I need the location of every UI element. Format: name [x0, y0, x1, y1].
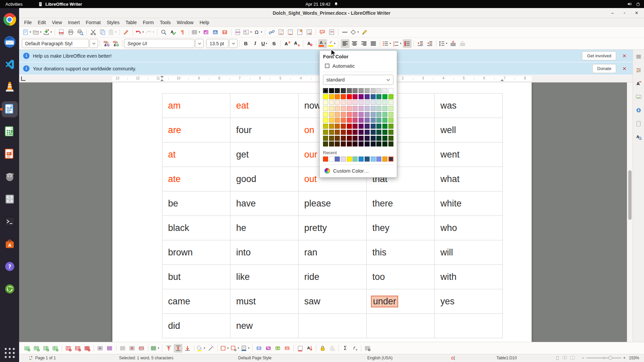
recent-swatch[interactable] — [359, 157, 364, 162]
table-cell[interactable]: saw — [299, 289, 367, 314]
export-pdf-button[interactable]: PDF — [57, 28, 66, 37]
save-dropdown-arrow[interactable]: ▾ — [50, 31, 53, 34]
table-cell[interactable]: black — [162, 216, 230, 240]
table-cell[interactable]: will — [435, 240, 503, 265]
palette-swatch[interactable] — [388, 130, 393, 135]
palette-swatch[interactable] — [341, 141, 346, 146]
palette-swatch[interactable] — [371, 136, 376, 141]
menu-file[interactable]: File — [21, 19, 35, 26]
spelling-button[interactable]: A — [169, 28, 177, 37]
palette-swatch[interactable] — [359, 112, 364, 117]
palette-swatch[interactable] — [347, 88, 352, 93]
palette-swatch[interactable] — [376, 112, 381, 117]
libreoffice-impress-icon[interactable] — [2, 146, 18, 162]
insert-field-button[interactable]: ▾ — [243, 28, 253, 37]
paste-dropdown-arrow[interactable]: ▾ — [114, 31, 117, 34]
palette-swatch[interactable] — [371, 130, 376, 135]
palette-swatch[interactable] — [371, 118, 376, 123]
table-cell[interactable]: ran — [299, 240, 367, 265]
decrease-indent-button[interactable] — [425, 39, 434, 48]
table-cell[interactable]: yes — [435, 289, 503, 314]
update-style-button[interactable]: A — [102, 39, 111, 48]
palette-swatch[interactable] — [371, 88, 376, 93]
palette-swatch[interactable] — [365, 124, 370, 129]
table-cell[interactable]: with — [435, 265, 503, 289]
tab-stop-selector[interactable] — [21, 76, 25, 81]
freeform-line-button[interactable] — [360, 28, 369, 37]
table-cell[interactable]: must — [230, 289, 299, 314]
custom-color-item[interactable]: Custom Color… — [323, 165, 393, 174]
multi-page-view-icon[interactable] — [562, 356, 568, 360]
palette-swatch[interactable] — [341, 136, 346, 141]
palette-swatch[interactable] — [382, 88, 387, 93]
recent-swatch[interactable] — [347, 157, 352, 162]
palette-swatch[interactable] — [323, 112, 328, 117]
palette-swatch[interactable] — [382, 100, 387, 105]
split-cells-button[interactable] — [105, 344, 114, 353]
table-cell[interactable]: good — [230, 167, 299, 191]
recent-swatch[interactable] — [341, 157, 346, 162]
superscript-button[interactable]: AB — [283, 39, 291, 48]
insert-comment-button[interactable] — [318, 28, 327, 37]
palette-swatch[interactable] — [353, 130, 358, 135]
undo-button[interactable]: ▾ — [135, 28, 145, 37]
palette-swatch[interactable] — [347, 112, 352, 117]
palette-swatch[interactable] — [376, 94, 381, 99]
insert-page-break-button[interactable] — [233, 28, 242, 37]
insert-rows-below-button[interactable] — [32, 344, 41, 353]
properties-icon[interactable] — [634, 66, 643, 74]
autoformat-styles-button[interactable] — [207, 344, 215, 353]
palette-swatch[interactable] — [376, 136, 381, 141]
table-properties-button[interactable] — [363, 344, 372, 353]
sidebar-settings-icon[interactable] — [634, 52, 643, 61]
align-justify-button[interactable] — [369, 39, 378, 48]
palette-swatch[interactable] — [359, 94, 364, 99]
paste-button[interactable]: ▾ — [108, 28, 117, 37]
close-button[interactable]: ✕ — [633, 10, 640, 16]
align-left-button[interactable] — [341, 39, 350, 48]
libreoffice-writer-icon[interactable] — [2, 101, 18, 117]
vscode-icon[interactable] — [2, 56, 18, 72]
save-button[interactable]: ▾ — [43, 28, 53, 37]
undo-dropdown-arrow[interactable]: ▾ — [142, 31, 145, 34]
line-spacing-dropdown-arrow[interactable]: ▾ — [445, 42, 448, 45]
open-button[interactable]: ▾ — [33, 28, 42, 37]
table-background-color-button[interactable]: ▾ — [196, 344, 206, 353]
palette-swatch[interactable] — [388, 118, 393, 123]
palette-swatch[interactable] — [335, 130, 340, 135]
palette-swatch[interactable] — [341, 94, 346, 99]
increase-paragraph-spacing-button[interactable] — [449, 39, 458, 48]
font-name-dropdown[interactable] — [195, 39, 204, 48]
split-table-button[interactable] — [137, 344, 146, 353]
border-style-button[interactable]: ▾ — [230, 344, 240, 353]
insert-formula-button[interactable]: fx — [350, 344, 359, 353]
palette-swatch[interactable] — [388, 88, 393, 93]
number-format-percent-button[interactable]: % — [264, 344, 273, 353]
palette-swatch[interactable] — [365, 136, 370, 141]
palette-swatch[interactable] — [323, 118, 328, 123]
clock[interactable]: Apr 21 19:42 — [306, 2, 330, 7]
palette-swatch[interactable] — [365, 130, 370, 135]
palette-swatch[interactable] — [341, 88, 346, 93]
palette-swatch[interactable] — [341, 124, 346, 129]
title-bar[interactable]: Dolch_Sight_Words_Primer.docx - LibreOff… — [19, 8, 644, 18]
palette-swatch[interactable] — [335, 136, 340, 141]
palette-swatch[interactable] — [382, 130, 387, 135]
palette-swatch[interactable] — [388, 141, 393, 146]
recycle-icon[interactable] — [2, 281, 18, 297]
redo-dropdown-arrow[interactable]: ▾ — [152, 31, 155, 34]
decrease-paragraph-spacing-button[interactable] — [458, 39, 467, 48]
insert-columns-after-button[interactable] — [51, 344, 60, 353]
align-bottom-button[interactable] — [183, 344, 192, 353]
unprotect-cells-button[interactable] — [328, 344, 336, 353]
sort-button[interactable]: A — [305, 344, 314, 353]
table-cell[interactable]: but — [162, 265, 230, 289]
palette-swatch[interactable] — [329, 106, 334, 111]
files-icon[interactable] — [2, 191, 18, 207]
table-cell[interactable]: eat — [230, 94, 299, 118]
open-dropdown-arrow[interactable]: ▾ — [39, 31, 42, 34]
palette-swatch[interactable] — [347, 124, 352, 129]
indent-marker[interactable] — [500, 79, 504, 81]
menu-tools[interactable]: Tools — [157, 19, 174, 26]
palette-swatch[interactable] — [382, 106, 387, 111]
